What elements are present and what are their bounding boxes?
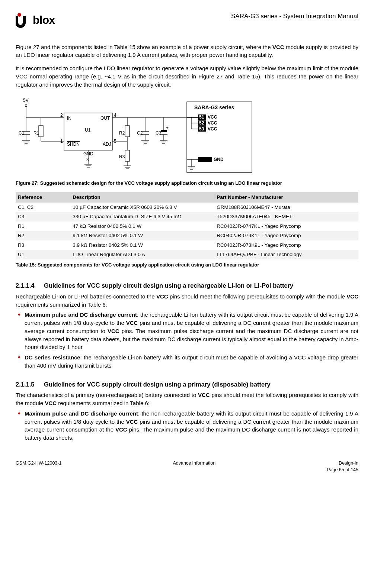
vcc-lbl-3: VCC [208,126,217,132]
list-item: Maximum pulse and DC discharge current: … [16,410,358,442]
sec215-intro: The characteristics of a primary (non-re… [16,391,358,407]
cell: LT1764AEQ#PBF - Linear Technology [214,250,358,259]
svg-rect-38 [198,157,212,162]
logo-text: blox [33,12,55,28]
svg-point-1 [25,105,27,107]
text-bold: VCC [198,392,210,398]
lbl-c1: C1 [19,130,25,136]
intro-para-1: Figure 27 and the components listed in T… [16,43,358,59]
text: requirements summarized in Table 6: [57,400,150,406]
cell: 330 µF Capacitor Tantalum D_SIZE 6.3 V 4… [70,212,214,222]
cell: T520D337M006ATE045 - KEMET [214,212,358,222]
lbl-adj: ADJ [103,142,111,147]
plus-icon: + [166,125,169,130]
lbl-in: IN [67,116,71,121]
pin-53: 53 [199,126,204,132]
text-bold: VCC [126,419,138,425]
ublox-logo-icon [16,12,31,28]
th-description: Description [70,192,214,203]
lbl-5v: 5V [23,98,29,103]
pin-51: 51 [199,114,204,120]
bullet-title: DC series resistance [25,354,80,361]
svg-rect-9 [39,126,43,137]
section-2-1-1-5-heading: 2.1.1.5Guidelines for VCC supply circuit… [16,380,358,389]
lbl-out: OUT [100,116,110,121]
text: The characteristics of a primary (non-re… [16,392,198,398]
footer-center: Advance Information [61,460,327,473]
cell: 3.9 kΩ Resistor 0402 5% 0.1 W [70,240,214,250]
page-footer: GSM.G2-HW-12003-1 Advance Information De… [16,460,358,473]
table-row: C1, C210 µF Capacitor Ceramic X5R 0603 2… [16,203,358,212]
footer-right-1: Design-in [327,460,358,466]
text-bold: VCC [346,293,358,300]
text: pins should meet the following prerequis… [168,293,347,300]
bullet-title: Maximum pulse and DC discharge current [25,311,137,318]
pin-52: 52 [199,120,204,126]
section-number: 2.1.1.4 [16,281,44,290]
th-reference: Reference [16,192,70,203]
gnd-lbl: GND [214,157,224,162]
th-part: Part Number - Manufacturer [214,192,358,203]
section-title: Guidelines for VCC supply circuit design… [44,282,293,289]
table-row: R33.9 kΩ Resistor 0402 5% 0.1 WRC0402JR-… [16,240,358,250]
footer-left: GSM.G2-HW-12003-1 [16,460,61,473]
cell: R1 [16,222,70,231]
lbl-r1: R1 [33,130,39,136]
pin-3: 3 [86,157,89,162]
bullet-title: Maximum pulse and DC discharge current [25,410,138,417]
sec214-bullets: Maximum pulse and DC discharge current: … [16,311,358,369]
page-header: blox SARA-G3 series - System Integration… [16,12,358,28]
cell: RC0402JR-079K1L - Yageo Phycomp [214,231,358,240]
document-title: SARA-G3 series - System Integration Manu… [231,12,358,21]
text-bold: VCC [156,293,168,300]
svg-rect-16 [125,126,130,137]
sec214-intro: Rechargeable Li-Ion or Li-Pol batteries … [16,293,358,309]
lbl-shdn: SHDN [67,142,80,147]
text-bold: VCC [45,400,57,406]
text-bold: VCC [108,328,119,334]
pin-4: 4 [114,113,116,118]
cell: C3 [16,212,70,222]
cell: 9.1 kΩ Resistor 0402 5% 0.1 W [70,231,214,240]
list-item: DC series resistance: the rechargeable L… [16,353,358,370]
cell: LDO Linear Regulator ADJ 3.0 A [70,250,214,259]
cell: 47 kΩ Resistor 0402 5% 0.1 W [70,222,214,231]
figure-27-caption: Figure 27: Suggested schematic design fo… [16,180,358,187]
table-row: R29.1 kΩ Resistor 0402 5% 0.1 WRC0402JR-… [16,231,358,240]
cell: R2 [16,231,70,240]
lbl-c3: C3 [156,130,162,136]
table-header-row: Reference Description Part Number - Manu… [16,192,358,203]
text: Rechargeable Li-Ion or Li-Pol batteries … [16,293,156,300]
lbl-c2: C2 [137,130,143,136]
text: requirements summarized in Table 6: [16,301,107,308]
list-item: Maximum pulse and DC discharge current: … [16,311,358,351]
svg-rect-20 [125,150,130,161]
table-15-caption: Table 15: Suggested components for VCC v… [16,262,358,269]
lbl-r3: R3 [119,154,125,159]
table-row: C3330 µF Capacitor Tantalum D_SIZE 6.3 V… [16,212,358,222]
cell: RC0402JR-073K9L - Yageo Phycomp [214,240,358,250]
cell: 10 µF Capacitor Ceramic X5R 0603 20% 6.3… [70,203,214,212]
text: Figure 27 and the components listed in T… [16,44,272,50]
cell: C1, C2 [16,203,70,212]
section-2-1-1-4-heading: 2.1.1.4Guidelines for VCC supply circuit… [16,281,358,290]
cell: U1 [16,250,70,259]
table-row: U1LDO Linear Regulator ADJ 3.0 ALT1764AE… [16,250,358,259]
footer-right: Design-in Page 65 of 145 [327,460,358,473]
text-bold: VCC [272,44,284,50]
text-bold: VCC [115,426,127,433]
sec215-bullets: Maximum pulse and DC discharge current: … [16,410,358,442]
schematic-svg: .l{stroke:#000;stroke-width:1.2;fill:non… [16,94,254,176]
cell: R3 [16,240,70,250]
cell: GRM188R60J106ME47 - Murata [214,203,358,212]
pin-2: 2 [60,113,63,118]
figure-27-schematic: .l{stroke:#000;stroke-width:1.2;fill:non… [16,94,358,176]
vcc-lbl-2: VCC [208,120,217,126]
table-row: R147 kΩ Resistor 0402 5% 0.1 WRC0402JR-0… [16,222,358,231]
section-number: 2.1.1.5 [16,380,44,389]
intro-para-2: It is recommended to configure the LDO l… [16,64,358,88]
lbl-r2: R2 [119,130,125,136]
module-title: SARA-G3 series [194,104,234,110]
cell: RC0402JR-0747KL - Yageo Phycomp [214,222,358,231]
footer-page: Page 65 of 145 [327,466,358,473]
